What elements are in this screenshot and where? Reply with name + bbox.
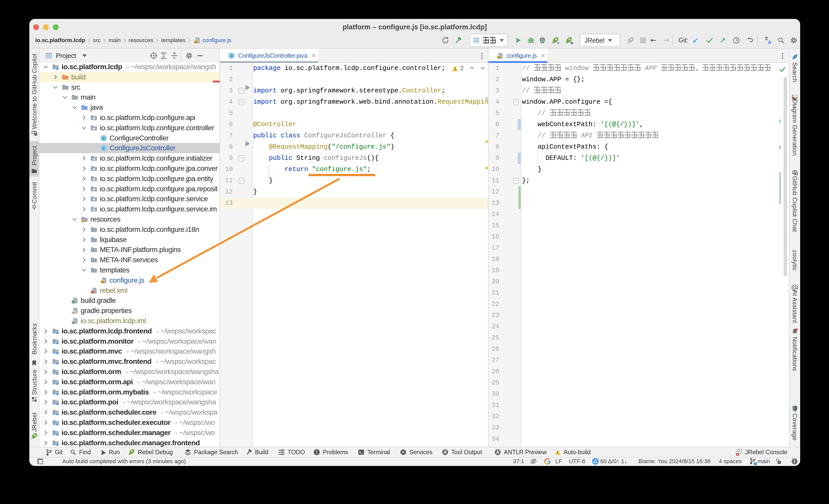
svg-text:<>: <>: [91, 290, 94, 293]
svg-text:C: C: [102, 136, 105, 140]
svg-text:JS: JS: [101, 280, 104, 283]
svg-text:C: C: [230, 53, 233, 58]
svg-text:JS: JS: [194, 41, 197, 43]
svg-text:G: G: [72, 301, 74, 303]
svg-text:JS: JS: [498, 56, 500, 59]
svg-text:C: C: [102, 146, 105, 150]
svg-text:A: A: [768, 40, 771, 45]
svg-text:?: ?: [35, 133, 36, 136]
